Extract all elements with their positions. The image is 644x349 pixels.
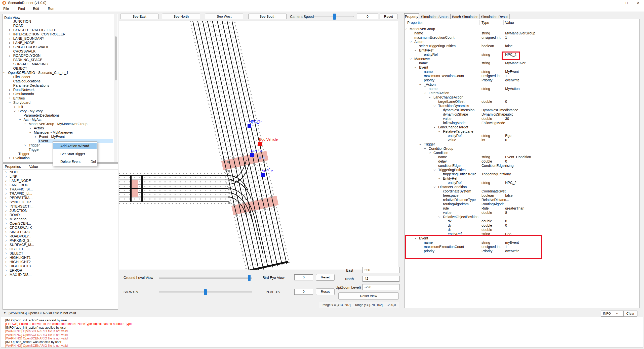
tree-item[interactable]: ›LANE_BOUNDARY	[3, 36, 113, 41]
list-item[interactable]: ›SELECT	[3, 251, 117, 256]
tree-item[interactable]: ›Event - MyEvent	[3, 135, 113, 139]
tree-item[interactable]: ›INTERSECTION_CONTROLLER	[3, 32, 113, 36]
tree-item[interactable]: ›Story - MyStory	[3, 109, 113, 113]
collapse-icon[interactable]: ›	[28, 132, 33, 133]
property-row[interactable]: delaydouble0	[405, 159, 639, 164]
expand-icon[interactable]: ›	[5, 170, 7, 174]
property-row[interactable]: ›_Action	[405, 82, 639, 87]
property-row[interactable]: ruleRulegreaterThan	[405, 206, 639, 211]
property-row[interactable]: ›ManeuverGroup	[405, 27, 639, 31]
expand-icon[interactable]: ›	[5, 221, 7, 225]
property-row[interactable]: ›Event	[405, 65, 639, 70]
collapse-icon[interactable]: ›	[437, 216, 442, 218]
reset-view-button[interactable]: Reset View	[338, 292, 399, 300]
expand-icon[interactable]: ›	[9, 53, 10, 58]
menu-item-delete-event[interactable]: Delete EventDel	[53, 158, 97, 165]
expand-icon[interactable]: ›	[5, 247, 7, 251]
list-item[interactable]: ›NODE	[3, 170, 117, 174]
minimize-button[interactable]: —	[609, 0, 621, 6]
property-row[interactable]: ›TransitionDynamics	[405, 104, 639, 108]
property-row[interactable]: ›ConditionGroup	[405, 146, 639, 151]
log-output[interactable]: [INFO] 'add_init_action' was canceld by …	[1, 317, 643, 348]
ground-level-slider-handle[interactable]	[248, 275, 251, 281]
collapse-icon[interactable]: ›	[433, 127, 437, 128]
expand-icon[interactable]: ›	[9, 40, 10, 45]
collapse-icon[interactable]: ›	[409, 58, 413, 60]
property-row[interactable]: dzdouble	[405, 228, 639, 232]
tree-item[interactable]: JUNCTION	[3, 19, 113, 24]
vehicle-npc4[interactable]	[250, 153, 254, 157]
list-item[interactable]: ›SINGLECRO...	[3, 230, 117, 234]
menu-file[interactable]: File	[3, 7, 9, 11]
collapse-icon[interactable]: ›	[437, 131, 442, 132]
tree-item[interactable]: ›ManeuverGroup - MyManeuverGroup	[3, 122, 113, 126]
map-viewport[interactable]: NPC_1 Ego Vehicle NPC_4 NPC_2	[119, 21, 398, 270]
expand-icon[interactable]: ›	[5, 234, 7, 238]
property-row[interactable]: ›EntityRef	[405, 48, 639, 53]
property-row[interactable]: namestringMyManeuver	[405, 61, 639, 65]
collapse-icon[interactable]: ›	[13, 111, 17, 112]
property-row[interactable]: dynamicsDimensionDynamicsDime...distance	[405, 108, 639, 112]
collapse-icon[interactable]: ›	[423, 92, 427, 94]
expand-icon[interactable]: ›	[5, 264, 7, 268]
scrollbar-thumb[interactable]	[115, 36, 117, 80]
expand-icon[interactable]: ›	[30, 126, 31, 130]
tree-item[interactable]: ROAD	[3, 24, 113, 28]
property-row[interactable]: triggeringEntitiesRuleTriggeringEntiti..…	[405, 172, 639, 176]
list-item[interactable]: ›HIGHLIGHT1	[3, 256, 117, 260]
expand-icon[interactable]: ›	[5, 204, 7, 208]
list-item[interactable]: ›LANE_NODE	[3, 179, 117, 183]
property-row[interactable]: relativeDistanceTypeRelativeDistanc...	[405, 198, 639, 202]
list-item[interactable]: ›PEDESTRIA...	[3, 196, 117, 200]
expand-icon[interactable]: ›	[9, 92, 10, 96]
property-row[interactable]: valuedouble30	[405, 117, 639, 121]
expand-icon[interactable]: ›	[5, 191, 7, 195]
tree-item[interactable]: PARKING_SPACE	[3, 58, 113, 62]
property-row[interactable]: selectTriggeringEntitiesbooleanfalse	[405, 44, 639, 48]
expand-icon[interactable]: ›	[9, 87, 10, 92]
tree-item[interactable]: ›ROADPOLYGON	[3, 54, 113, 58]
collapse-icon[interactable]: ›	[23, 123, 27, 125]
property-row[interactable]: freespacebooleanfalse	[405, 193, 639, 198]
camera-speed-slider[interactable]	[314, 16, 354, 17]
collapse-icon[interactable]: ›	[8, 102, 12, 103]
property-row[interactable]: ›Maneuver	[405, 57, 639, 61]
collapse-icon[interactable]: ›	[404, 28, 408, 30]
maximize-button[interactable]: □	[621, 0, 632, 6]
expand-icon[interactable]: ›	[5, 268, 7, 272]
list-item[interactable]: ›LINK	[3, 174, 117, 179]
view-button-see-west[interactable]: See West	[205, 14, 243, 19]
view-button-see-south[interactable]: See South	[248, 14, 287, 19]
tab-batch-simulation[interactable]: Batch Simulation	[451, 14, 480, 20]
property-row[interactable]: namestringMyAction	[405, 87, 639, 91]
tree-item[interactable]: ParameterDeclarations	[3, 113, 113, 118]
expand-icon[interactable]: ›	[5, 255, 7, 260]
list-item[interactable]: ›JUNCTION	[3, 209, 117, 213]
property-row[interactable]: ›EntityRef	[405, 176, 639, 181]
expand-icon[interactable]: ›	[5, 251, 7, 255]
collapse-icon[interactable]: ›	[418, 144, 423, 145]
property-row[interactable]: conditionEdgeConditionEdgerising	[405, 164, 639, 168]
tree-item[interactable]: OBJECT	[3, 66, 113, 71]
tree-item[interactable]: FileHeader	[3, 75, 113, 79]
property-row[interactable]: ›LaneChangeTarget	[405, 125, 639, 129]
property-row[interactable]: ›Actors	[405, 40, 639, 44]
expand-icon[interactable]: ›	[14, 105, 15, 109]
tree-item[interactable]: ›Storyboard	[3, 101, 113, 105]
property-row[interactable]: ›TriggeringEntities	[405, 168, 639, 172]
expand-icon[interactable]: ›	[9, 28, 10, 32]
property-row[interactable]: valuedouble8	[405, 211, 639, 215]
expand-icon[interactable]: ›	[9, 36, 10, 40]
list-item[interactable]: ›SYNCED_TR...	[3, 200, 117, 204]
property-row[interactable]: targetLaneOffsetdouble0	[405, 99, 639, 104]
list-item[interactable]: ›MScenario	[3, 217, 117, 221]
expand-icon[interactable]: ›	[5, 260, 7, 264]
list-item[interactable]: ›TRAFFIC_LI...	[3, 191, 117, 196]
view-button-see-east[interactable]: See East	[120, 14, 158, 19]
data-view-scrollbar[interactable]	[114, 14, 117, 162]
collapse-icon[interactable]: ›	[428, 152, 432, 154]
expand-icon[interactable]: ›	[9, 156, 10, 160]
waypoint-marker[interactable]	[259, 157, 261, 159]
expand-icon[interactable]: ›	[5, 195, 7, 200]
north-input[interactable]: 42	[363, 276, 399, 282]
